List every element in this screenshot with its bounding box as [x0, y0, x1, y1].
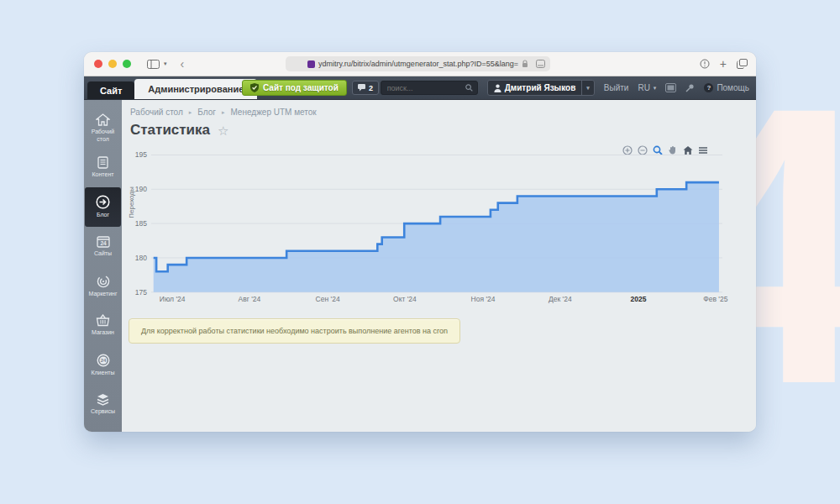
url-text: ydmitry.ru/bitrix/admin/utmgenerator_sta… [318, 60, 518, 68]
question-icon: ? [704, 83, 713, 92]
browser-window: ▾ ‹ ydmitry.ru/bitrix/admin/utmgenerator… [84, 52, 756, 432]
arrow-circle-icon [96, 195, 110, 209]
new-tab-button[interactable]: + [720, 57, 727, 71]
y-tick-label: 180 [135, 254, 147, 262]
home-icon [96, 113, 110, 126]
y-tick-label: 175 [135, 288, 147, 297]
window-zoom-button[interactable] [123, 60, 131, 68]
y-tick-label: 195 [135, 150, 147, 159]
privacy-info-icon[interactable] [700, 59, 710, 69]
page-title: Статистика [130, 122, 210, 139]
target-icon [97, 275, 110, 288]
y-tick-label: 185 [135, 219, 147, 228]
sidebar-item-sites[interactable]: 24 Сайты [84, 227, 122, 266]
statistics-step-chart[interactable]: 175180185190195ПереходыИюл '24Авг '24Сен… [126, 142, 739, 312]
breadcrumb-blog[interactable]: Блог [197, 108, 216, 117]
window-close-button[interactable] [94, 60, 102, 68]
back-button[interactable]: ‹ [181, 57, 185, 71]
y-axis-title: Переходы [128, 186, 135, 218]
tab-site[interactable]: Сайт [87, 81, 134, 99]
breadcrumb-separator-icon: ▸ [189, 109, 192, 116]
admin-sidebar: Рабочий стол Контент Блог 24 Сайты [84, 100, 122, 432]
caret-down-icon: ▾ [654, 85, 657, 92]
browser-toolbar: ▾ ‹ ydmitry.ru/bitrix/admin/utmgenerator… [84, 52, 756, 76]
sidebar-item-clients[interactable]: 24 Клиенты [84, 345, 122, 385]
y-tick-label: 190 [135, 185, 147, 193]
x-tick-label: Сен '24 [316, 295, 340, 303]
sidebar-toggle-icon[interactable] [147, 60, 160, 69]
sidebar-item-marketing[interactable]: Маркетинг [84, 266, 122, 306]
breadcrumb-desktop[interactable]: Рабочий стол [130, 108, 183, 117]
language-selector[interactable]: RU ▾ [638, 83, 656, 92]
cron-notice: Для корректной работы статистики необход… [129, 318, 460, 344]
svg-text:24: 24 [100, 240, 107, 246]
help-button[interactable]: ? Помощь [704, 83, 749, 92]
sidebar-item-content[interactable]: Контент [84, 148, 122, 187]
shield-icon [250, 83, 259, 92]
breadcrumb: Рабочий стол ▸ Блог ▸ Менеджер UTM меток [130, 108, 317, 117]
x-tick-label: Фев '25 [703, 295, 727, 303]
x-tick-label: Дек '24 [549, 295, 572, 303]
chevron-down-icon[interactable]: ▾ [164, 60, 167, 67]
tab-administration[interactable]: Администрирование [134, 79, 257, 99]
pin-icon[interactable] [685, 83, 695, 92]
admin-search[interactable] [381, 81, 478, 95]
notifications-button[interactable]: 2 [352, 81, 379, 95]
svg-text:24: 24 [100, 358, 106, 363]
admin-topbar: Сайт Администрирование Сайт под защитой … [84, 76, 756, 100]
tab-overview-icon[interactable] [737, 59, 748, 69]
message-bubble-icon [358, 84, 365, 92]
sidebar-item-shop[interactable]: Магазин [84, 306, 122, 345]
sidebar-item-desktop[interactable]: Рабочий стол [84, 108, 122, 148]
site-protected-button[interactable]: Сайт под защитой [242, 80, 347, 96]
url-field[interactable]: ydmitry.ru/bitrix/admin/utmgenerator_sta… [286, 56, 550, 71]
lock-icon [522, 60, 528, 68]
breadcrumb-separator-icon: ▸ [222, 109, 225, 116]
site-favicon [307, 60, 315, 68]
window-minimize-button[interactable] [108, 60, 117, 68]
x-tick-label: Авг '24 [239, 295, 261, 303]
favorite-star-icon[interactable]: ☆ [218, 124, 228, 137]
x-tick-label: Ноя '24 [471, 295, 496, 303]
sidebar-item-services[interactable]: Сервисы [84, 385, 122, 424]
document-icon [97, 156, 108, 169]
browser-24-icon: 24 [97, 236, 110, 248]
clients-24-icon: 24 [97, 354, 110, 367]
search-icon [465, 84, 473, 92]
user-icon [494, 84, 501, 92]
main-content: Рабочий стол ▸ Блог ▸ Менеджер UTM меток… [122, 100, 756, 432]
basket-icon [96, 314, 110, 327]
user-menu[interactable]: Дмитрий Языков ▾ [487, 80, 595, 96]
user-name: Дмитрий Языков [505, 83, 576, 92]
x-tick-label: Июл '24 [160, 295, 186, 303]
notifications-count: 2 [369, 84, 373, 92]
sidebar-item-blog[interactable]: Блог [85, 187, 121, 227]
search-input[interactable] [386, 83, 462, 93]
series-fill [154, 182, 719, 292]
user-caret-icon[interactable]: ▾ [581, 81, 594, 95]
layers-icon [96, 393, 110, 406]
breadcrumb-utm-manager: Менеджер UTM меток [230, 108, 316, 117]
x-tick-label: Окт '24 [393, 295, 417, 303]
logout-link[interactable]: Выйти [604, 83, 629, 92]
panel-toggle-icon[interactable] [665, 83, 676, 92]
x-tick-label: 2025 [631, 295, 647, 303]
reader-icon[interactable] [536, 60, 545, 68]
